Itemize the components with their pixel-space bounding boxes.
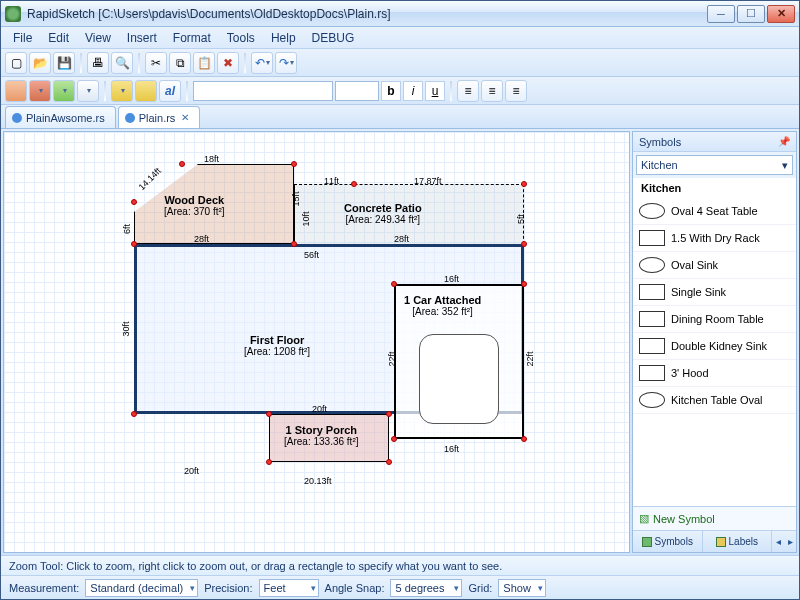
menu-file[interactable]: File xyxy=(5,29,40,47)
vertex-node[interactable] xyxy=(391,436,397,442)
vertex-node[interactable] xyxy=(291,241,297,247)
font-select[interactable] xyxy=(193,81,333,101)
fontsize-select[interactable] xyxy=(335,81,379,101)
symbol-item[interactable]: Oval Sink xyxy=(633,252,796,279)
measurement-label: Measurement: xyxy=(9,582,79,594)
undo-button[interactable]: ↶▾ xyxy=(251,52,273,74)
italic-button[interactable]: i xyxy=(403,81,423,101)
vertex-node[interactable] xyxy=(131,411,137,417)
vertex-node[interactable] xyxy=(521,281,527,287)
panel-tab-symbols[interactable]: Symbols xyxy=(633,531,703,552)
menu-view[interactable]: View xyxy=(77,29,119,47)
bold-button[interactable]: b xyxy=(381,81,401,101)
vertex-node[interactable] xyxy=(386,411,392,417)
menubar: File Edit View Insert Format Tools Help … xyxy=(1,27,799,49)
panel-tab-labels[interactable]: Labels xyxy=(703,531,773,552)
anglesnap-select[interactable]: 5 degrees xyxy=(390,579,462,597)
vertex-node[interactable] xyxy=(521,241,527,247)
menu-tools[interactable]: Tools xyxy=(219,29,263,47)
align-center-button[interactable]: ≡ xyxy=(481,80,503,102)
close-tab-icon[interactable]: ✕ xyxy=(181,112,189,123)
vertex-node[interactable] xyxy=(521,436,527,442)
precision-select[interactable]: Feet xyxy=(259,579,319,597)
vertex-node[interactable] xyxy=(386,459,392,465)
symbol-item[interactable]: Dining Room Table xyxy=(633,306,796,333)
symbol-item[interactable]: 1.5 With Dry Rack xyxy=(633,225,796,252)
panel-nav-right[interactable]: ▸ xyxy=(784,531,796,552)
shape-tool-2[interactable]: ▾ xyxy=(29,80,51,102)
symbol-icon xyxy=(639,257,665,273)
save-button[interactable]: 💾 xyxy=(53,52,75,74)
symbol-list[interactable]: Oval 4 Seat Table 1.5 With Dry Rack Oval… xyxy=(633,198,796,506)
label-patio: Concrete Patio [Area: 249.34 ft²] xyxy=(344,202,422,225)
shape-tool-6[interactable] xyxy=(135,80,157,102)
delete-button[interactable]: ✖ xyxy=(217,52,239,74)
new-button[interactable]: ▢ xyxy=(5,52,27,74)
symbols-tab-icon xyxy=(642,537,652,547)
category-heading: Kitchen xyxy=(633,178,796,198)
shape-tool-1[interactable] xyxy=(5,80,27,102)
shape-tool-5[interactable]: ▾ xyxy=(111,80,133,102)
dim-56ft: 56ft xyxy=(304,250,319,260)
label-first-floor: First Floor [Area: 1208 ft²] xyxy=(244,334,310,357)
menu-debug[interactable]: DEBUG xyxy=(304,29,363,47)
vertex-node[interactable] xyxy=(351,181,357,187)
app-icon xyxy=(5,6,21,22)
symbol-item[interactable]: Double Kidney Sink xyxy=(633,333,796,360)
dim-30ft: 30ft xyxy=(121,321,131,336)
print-button[interactable]: 🖶 xyxy=(87,52,109,74)
vertex-node[interactable] xyxy=(266,459,272,465)
symbol-item[interactable]: 3' Hood xyxy=(633,360,796,387)
vertex-node[interactable] xyxy=(179,161,185,167)
vertex-node[interactable] xyxy=(291,161,297,167)
shape-tool-3[interactable]: ▾ xyxy=(53,80,75,102)
menu-insert[interactable]: Insert xyxy=(119,29,165,47)
separator xyxy=(244,53,246,73)
maximize-button[interactable] xyxy=(737,5,765,23)
vertex-node[interactable] xyxy=(521,181,527,187)
vertex-node[interactable] xyxy=(391,281,397,287)
preview-button[interactable]: 🔍 xyxy=(111,52,133,74)
vertex-node[interactable] xyxy=(131,199,137,205)
open-button[interactable]: 📂 xyxy=(29,52,51,74)
menu-help[interactable]: Help xyxy=(263,29,304,47)
underline-button[interactable]: u xyxy=(425,81,445,101)
category-select[interactable]: Kitchen▾ xyxy=(636,155,793,175)
car-symbol[interactable] xyxy=(419,334,499,424)
close-button[interactable] xyxy=(767,5,795,23)
preview-icon: 🔍 xyxy=(115,56,130,70)
symbol-item[interactable]: Oval 4 Seat Table xyxy=(633,198,796,225)
paste-icon: 📋 xyxy=(197,56,212,70)
new-symbol-button[interactable]: ▧ New Symbol xyxy=(633,506,796,530)
hint-bar: Zoom Tool: Click to zoom, right click to… xyxy=(1,555,799,575)
copy-icon: ⧉ xyxy=(176,56,185,70)
grid-label: Grid: xyxy=(468,582,492,594)
measurement-select[interactable]: Standard (decimal) xyxy=(85,579,198,597)
pin-icon[interactable]: 📌 xyxy=(778,136,790,147)
tab-plainawsome[interactable]: PlainAwsome.rs xyxy=(5,106,116,128)
symbol-item[interactable]: Kitchen Table Oval xyxy=(633,387,796,414)
redo-button[interactable]: ↷▾ xyxy=(275,52,297,74)
align-right-button[interactable]: ≡ xyxy=(505,80,527,102)
text-tool[interactable]: al xyxy=(159,80,181,102)
grid-select[interactable]: Show xyxy=(498,579,546,597)
dim-22ft-b: 22ft xyxy=(525,351,535,366)
paste-button[interactable]: 📋 xyxy=(193,52,215,74)
symbol-item[interactable]: Single Sink xyxy=(633,279,796,306)
dim-10ft: 10ft xyxy=(301,211,311,226)
panel-nav-left[interactable]: ◂ xyxy=(772,531,784,552)
tab-plain[interactable]: Plain.rs ✕ xyxy=(118,106,201,128)
minimize-button[interactable] xyxy=(707,5,735,23)
copy-button[interactable]: ⧉ xyxy=(169,52,191,74)
align-left-button[interactable]: ≡ xyxy=(457,80,479,102)
menu-edit[interactable]: Edit xyxy=(40,29,77,47)
vertex-node[interactable] xyxy=(266,411,272,417)
symbol-icon xyxy=(639,311,665,327)
anglesnap-label: Angle Snap: xyxy=(325,582,385,594)
vertex-node[interactable] xyxy=(131,241,137,247)
cut-button[interactable]: ✂ xyxy=(145,52,167,74)
shape-tool-4[interactable]: ▾ xyxy=(77,80,99,102)
canvas[interactable]: Wood Deck [Area: 370 ft²] Concrete Patio… xyxy=(3,131,630,553)
window-controls xyxy=(707,5,795,23)
menu-format[interactable]: Format xyxy=(165,29,219,47)
